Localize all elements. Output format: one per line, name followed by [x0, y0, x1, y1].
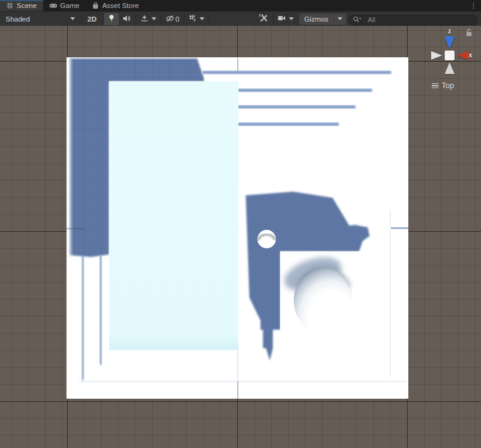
draw-mode-dropdown[interactable]: Shaded [1, 13, 80, 25]
view-mode-label[interactable]: Top [432, 81, 454, 90]
gizmo-center-cube[interactable] [445, 51, 455, 60]
tab-game-label: Game [60, 2, 79, 9]
audio-toggle[interactable] [119, 13, 134, 25]
effects-dropdown[interactable] [137, 13, 160, 25]
component-tools-button[interactable] [256, 13, 272, 25]
tools-icon [259, 14, 268, 23]
tab-scene-label: Scene [17, 2, 37, 9]
shopping-bag-icon [92, 2, 99, 9]
scene-toolbar: Shaded 2D 0 [0, 11, 481, 26]
hamburger-icon [432, 82, 439, 90]
more-menu-icon[interactable]: ⋮ [470, 0, 477, 11]
gizmos-label: Gizmos [299, 15, 333, 23]
scene-viewport[interactable]: z x Top [0, 26, 481, 448]
x-axis-cone[interactable] [458, 51, 469, 60]
thin-shadow-lines [82, 256, 102, 380]
grid-visibility-dropdown[interactable] [185, 13, 208, 25]
chevron-down-icon [70, 17, 75, 20]
grid-visibility-icon [188, 14, 196, 23]
divider [102, 14, 103, 24]
hidden-objects-toggle[interactable]: 0 [163, 13, 182, 25]
draw-mode-value: Shaded [6, 15, 30, 23]
tab-game[interactable]: Game [43, 0, 86, 11]
gizmos-dropdown[interactable]: Gizmos [299, 14, 346, 25]
lighting-toggle[interactable] [104, 13, 119, 25]
tab-bar: Scene Game Asset Store ⋮ [0, 0, 481, 11]
negative-z-axis-cone[interactable] [445, 62, 455, 74]
camera-dropdown[interactable] [275, 13, 297, 25]
chevron-down-icon [289, 17, 294, 20]
shadow-hole [257, 230, 276, 248]
grid-major-line [0, 401, 481, 402]
lightbulb-icon [108, 14, 115, 23]
audio-icon [123, 15, 131, 23]
eye-hidden-icon [166, 15, 174, 23]
scene-render [67, 57, 408, 399]
z-axis-label: z [445, 28, 455, 35]
x-axis-label: x [469, 52, 472, 59]
negative-x-axis-cone[interactable] [431, 51, 442, 60]
scene-grid-icon [6, 2, 14, 9]
ground-plane[interactable] [67, 57, 408, 399]
padlock-open-icon[interactable] [465, 28, 473, 39]
search-input[interactable] [349, 15, 478, 25]
view-direction-text: Top [442, 81, 454, 90]
tab-scene[interactable]: Scene [0, 0, 43, 11]
divider [161, 14, 161, 24]
cyan-wall [109, 81, 238, 350]
tab-asset-store-label: Asset Store [102, 2, 139, 9]
divider [135, 14, 136, 24]
divider [273, 14, 273, 24]
z-axis-cone[interactable] [445, 36, 455, 49]
hidden-count: 0 [176, 15, 179, 23]
2d-toggle[interactable]: 2D [83, 13, 101, 25]
chevron-down-icon [338, 17, 342, 20]
scene-search [349, 14, 478, 24]
divider [81, 14, 82, 24]
unity-scene-view-window: Scene Game Asset Store ⋮ Shaded 2D [0, 0, 481, 448]
tab-asset-store[interactable]: Asset Store [86, 0, 145, 11]
effects-icon [140, 15, 148, 23]
gamepad-icon [49, 2, 57, 9]
gizmos-arrow[interactable] [333, 14, 346, 25]
search-icon [353, 15, 362, 26]
chevron-down-icon [200, 17, 204, 20]
divider [184, 14, 184, 24]
divider [209, 14, 209, 24]
camera-icon [278, 15, 286, 23]
chevron-down-icon [152, 17, 156, 20]
